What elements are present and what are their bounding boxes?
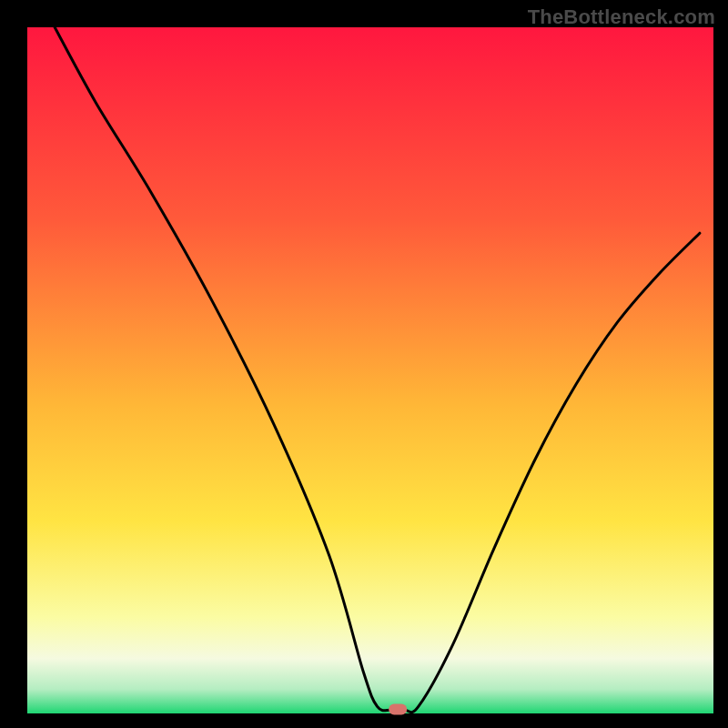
optimal-marker — [389, 703, 407, 714]
plot-background — [27, 27, 713, 713]
watermark-text: TheBottleneck.com — [528, 5, 715, 29]
bottleneck-chart — [0, 0, 728, 728]
chart-root: TheBottleneck.com — [0, 0, 728, 728]
